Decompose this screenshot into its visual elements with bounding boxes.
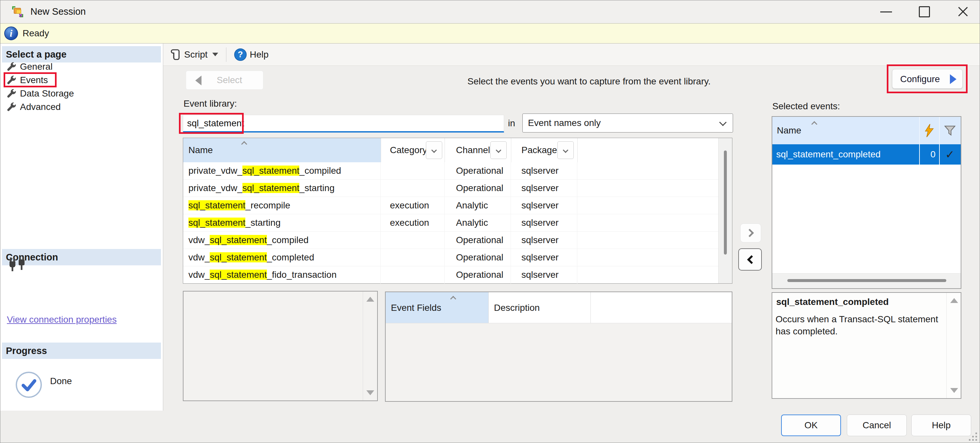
table-row[interactable]: private_vdw_sql_statement_compiled Opera… [183, 162, 718, 180]
event-fields-header[interactable]: Event Fields [386, 292, 488, 323]
library-scrollbar[interactable] [718, 138, 732, 283]
channel-filter-button[interactable] [490, 141, 507, 159]
sidebar-item-general[interactable]: General [0, 60, 161, 73]
title-bar: New Session [0, 0, 980, 23]
help-toolbar-button[interactable]: ? Help [231, 45, 272, 64]
column-header-label: Name [777, 117, 802, 144]
category-filter-button[interactable] [426, 141, 442, 159]
sort-ascending-icon [450, 296, 456, 302]
close-icon [957, 6, 969, 18]
minimize-button[interactable] [871, 0, 901, 23]
help-icon: ? [234, 48, 247, 61]
search-scope-value: Event names only [528, 118, 601, 128]
lightning-icon [925, 124, 934, 137]
column-header-label: Package [522, 138, 557, 162]
minimize-icon [880, 11, 892, 13]
chevron-left-icon [747, 255, 756, 264]
column-header-channel[interactable]: Channel [444, 138, 511, 162]
help-button[interactable]: Help [911, 414, 971, 436]
configure-label: Configure [900, 74, 940, 84]
maximize-icon [919, 6, 930, 18]
category-cell [381, 180, 444, 197]
add-event-button[interactable] [740, 223, 761, 242]
selected-name-header[interactable]: Name [772, 117, 961, 144]
description-header[interactable]: Description [488, 292, 590, 323]
script-icon [170, 48, 180, 61]
chevron-right-icon [746, 229, 754, 237]
forward-arrow-icon [950, 74, 956, 84]
select-back-button[interactable]: Select [186, 71, 263, 90]
new-session-dialog: New Session i Ready Select a page Genera… [0, 0, 980, 443]
sidebar-item-data-storage[interactable]: Data Storage [0, 87, 161, 100]
table-row[interactable]: private_vdw_sql_statement_starting Opera… [183, 180, 718, 197]
select-back-label: Select [217, 75, 242, 85]
wrench-icon [6, 101, 17, 113]
status-bar: i Ready [0, 23, 980, 43]
sidebar-item-label: Data Storage [20, 88, 74, 99]
column-header-package[interactable]: Package [511, 138, 578, 162]
sort-ascending-icon [811, 121, 817, 127]
search-highlight: sql_statement [242, 166, 299, 176]
scroll-up-icon[interactable] [366, 297, 374, 302]
help-label: Help [250, 49, 269, 60]
search-highlight: sql_statement [210, 252, 267, 262]
script-button[interactable]: Script [167, 45, 221, 64]
table-row[interactable]: vdw_sql_statement_completed Operational … [183, 249, 718, 266]
resize-grip[interactable] [969, 432, 977, 441]
table-row[interactable]: sql_statement_starting execution Analyti… [183, 214, 718, 232]
view-connection-properties-link[interactable]: View connection properties [7, 314, 117, 325]
event-description-text: Occurs when a Transact-SQL statement has… [776, 313, 939, 337]
remove-event-button[interactable] [738, 248, 762, 271]
sort-ascending-icon [241, 141, 247, 147]
ok-button[interactable]: OK [781, 414, 841, 436]
scrollbar-thumb[interactable] [724, 150, 727, 255]
channel-cell: Analytic [444, 197, 511, 214]
channel-cell: Operational [444, 162, 511, 180]
window-title: New Session [30, 6, 86, 17]
category-cell [381, 162, 444, 180]
package-filter-button[interactable] [557, 141, 574, 159]
close-button[interactable] [948, 0, 978, 23]
wrench-icon [6, 88, 17, 99]
column-header-name[interactable]: Name [183, 138, 381, 162]
channel-cell: Operational [444, 249, 511, 266]
app-icon [11, 6, 24, 18]
wrench-icon [6, 61, 17, 72]
scroll-down-icon[interactable] [366, 390, 374, 395]
selected-event-row[interactable]: sql_statement_completed 0 ✓ [772, 144, 961, 164]
connection-plug-icon [8, 255, 27, 273]
progress-status: Done [50, 376, 72, 386]
event-library-label: Event library: [183, 99, 237, 109]
chevron-down-icon [496, 148, 501, 153]
search-scope-select[interactable]: Event names only [522, 113, 733, 132]
event-search-input[interactable] [183, 115, 504, 132]
detail-scrollbar[interactable] [363, 292, 377, 400]
table-row[interactable]: sql_statement_recompile execution Analyt… [183, 197, 718, 214]
column-header-category[interactable]: Category [381, 138, 444, 162]
wrench-icon [6, 75, 17, 86]
sidebar-item-advanced[interactable]: Advanced [0, 100, 161, 113]
scrollbar-thumb[interactable] [788, 279, 946, 282]
configure-button[interactable]: Configure [892, 69, 963, 89]
channel-cell: Analytic [444, 214, 511, 232]
search-highlight: sql_statement [242, 183, 299, 193]
table-row[interactable]: vdw_sql_statement_fido_transaction Opera… [183, 266, 718, 284]
toolbar-separator [226, 48, 226, 62]
status-text: Ready [22, 28, 49, 38]
scroll-up-icon[interactable] [950, 298, 958, 303]
action-count: 0 [919, 144, 935, 164]
table-row[interactable]: vdw_sql_statement_compiled Operational s… [183, 232, 718, 249]
maximize-button[interactable] [909, 0, 939, 23]
scroll-down-icon[interactable] [950, 388, 958, 393]
package-cell: sqlserver [511, 214, 578, 232]
done-check-icon [15, 371, 43, 399]
back-arrow-icon [195, 76, 202, 85]
search-highlight: sql_statement [188, 200, 245, 210]
cancel-button[interactable]: Cancel [847, 414, 907, 436]
event-detail-panel [183, 291, 378, 401]
chevron-down-icon [563, 148, 568, 153]
sidebar-item-events[interactable]: Events [0, 73, 161, 87]
selected-events-hscrollbar[interactable] [772, 273, 961, 288]
package-cell: sqlserver [511, 197, 578, 214]
column-header-label: Description [494, 292, 540, 323]
